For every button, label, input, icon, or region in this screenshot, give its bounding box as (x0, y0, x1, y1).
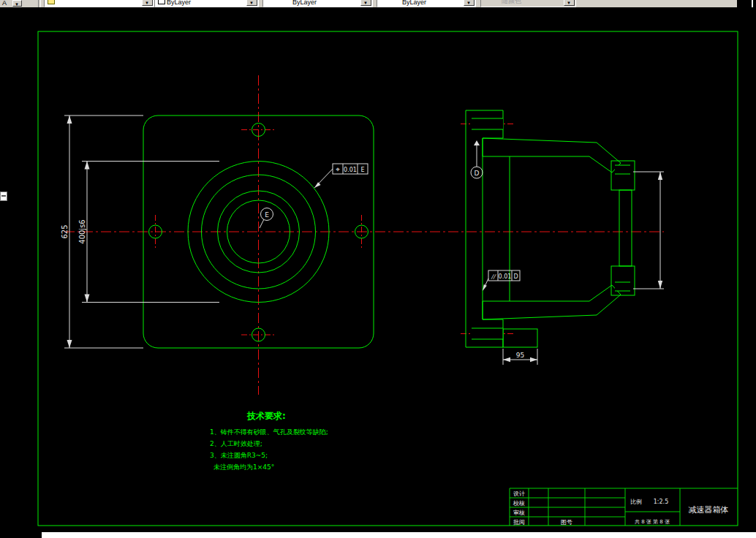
section-bottom-wall (483, 285, 621, 319)
section-view (466, 110, 635, 347)
datum-e-label: E (260, 208, 273, 229)
chevron-down-icon: ▼ (466, 1, 471, 5)
layer-status-icon (48, 0, 55, 4)
lineweight-control-value: ByLayer (402, 0, 426, 6)
toolbar-corner-fragment (737, 0, 756, 7)
lineweight-control[interactable]: ByLayer ▼ (377, 0, 476, 7)
leader-arrow (314, 182, 321, 188)
section-left-wall (466, 110, 503, 347)
dim-400js6-text: 400js6 (78, 219, 86, 243)
dim-right-cap (633, 172, 664, 289)
tech-requirement-item: 1、铸件不得有砂眼、气孔及裂纹等缺陷; (210, 428, 328, 436)
position-datum-ref: E (360, 167, 364, 173)
parallelism-symbol-icon: // (491, 273, 497, 280)
color-swatch-icon (158, 0, 165, 4)
title-block-row-design: 设计 (513, 490, 525, 497)
layer-control[interactable]: ▼ (44, 0, 154, 7)
title-block-row-approve: 批阅 (513, 519, 525, 526)
title-block: 设计 校核 审核 批阅 图号 比例 1:2.5 共 8 张 第 8 张 减速器箱… (510, 488, 738, 526)
lineweight-dropdown-button[interactable]: ▼ (464, 0, 475, 6)
title-block-row-audit: 审核 (513, 509, 525, 516)
chevron-down-icon: ▼ (249, 1, 254, 5)
datum-d-letter: D (475, 170, 480, 177)
linetype-control-value: ByLayer (292, 0, 317, 6)
tech-requirements: 技术要求: 1、铸件不得有砂眼、气孔及裂纹等缺陷; 2、人工时效处理; 3、未注… (210, 411, 328, 471)
plotstyle-control: 随颜色 ▼ (480, 0, 576, 7)
tech-requirements-title: 技术要求: (246, 411, 286, 421)
title-block-sheet-info: 共 8 张 第 8 张 (635, 519, 670, 525)
parallelism-tolerance-frame: // 0.01 D (483, 270, 520, 291)
title-block-row-check: 校核 (513, 500, 525, 507)
dim-95-text: 95 (516, 352, 524, 359)
color-control[interactable]: ByLayer ▼ (154, 0, 259, 7)
flange-bolt-hole-bottom (472, 328, 503, 339)
datum-triangle-icon (474, 140, 480, 145)
section-top-wall (483, 138, 621, 173)
docked-toolbar-fragment[interactable] (0, 192, 7, 201)
toolbar-fragment-dropdown-button[interactable]: ▼ (12, 0, 22, 7)
position-tolerance-frame: ⌖ 0.01 E (314, 164, 368, 188)
datum-e-letter: E (265, 211, 269, 219)
datum-d-label: D (471, 140, 483, 178)
bottombar-corner-block (0, 532, 42, 538)
parallelism-datum-ref: D (513, 273, 518, 280)
chevron-down-icon: ▼ (567, 1, 571, 5)
title-block-drawing-no-label: 图号 (561, 519, 572, 526)
object-properties-toolbar: A ▼ ▼ ByLayer ▼ ByLayer ▼ ByLayer ▼ 随颜色 … (0, 0, 756, 7)
chevron-down-icon: ▼ (15, 2, 19, 7)
chevron-down-icon: ▼ (363, 1, 368, 5)
tech-requirement-item: 3、未注圆角R3~5; (210, 452, 268, 459)
dim-625-text: 625 (61, 224, 69, 238)
toolbar-fragment-label: A (2, 0, 7, 7)
linetype-control[interactable]: ByLayer ▼ (262, 0, 373, 7)
leader-arrow (483, 284, 487, 291)
linetype-dropdown-button[interactable]: ▼ (360, 0, 371, 6)
layer-dropdown-button[interactable]: ▼ (142, 0, 153, 6)
toolbar-corner-divider (752, 0, 753, 7)
plotstyle-control-value: 随颜色 (502, 0, 521, 6)
cap-bolt-hole-top (615, 165, 630, 174)
section-bottom-tab (503, 329, 537, 347)
title-block-scale-label: 比例 (630, 499, 642, 505)
position-tolerance-value: 0.01 (344, 167, 357, 173)
parallelism-tolerance-value: 0.01 (499, 273, 512, 280)
minimize-icon (1, 195, 6, 197)
color-control-value: ByLayer (167, 0, 191, 6)
color-dropdown-button[interactable]: ▼ (246, 0, 257, 6)
drawing-canvas[interactable]: E ⌖ 0.01 E 625 400js6 (0, 7, 756, 532)
dim-95: 95 (503, 349, 537, 365)
title-block-scale-value: 1:2.5 (654, 499, 669, 505)
toolbar-separator (38, 0, 41, 7)
section-right-wall (619, 190, 632, 266)
command-line-strip[interactable] (0, 532, 756, 538)
cap-bolt-hole-bottom (615, 282, 630, 291)
flange-bolt-hole-top (472, 118, 503, 129)
position-symbol-icon: ⌖ (336, 165, 340, 173)
title-block-part-name: 减速器箱体 (689, 505, 729, 515)
chevron-down-icon: ▼ (145, 1, 149, 5)
plotstyle-dropdown-button: ▼ (564, 0, 575, 6)
tech-requirement-item: 2、人工时效处理; (210, 440, 262, 447)
tech-requirement-item: 未注倒角均为1×45° (213, 463, 274, 471)
